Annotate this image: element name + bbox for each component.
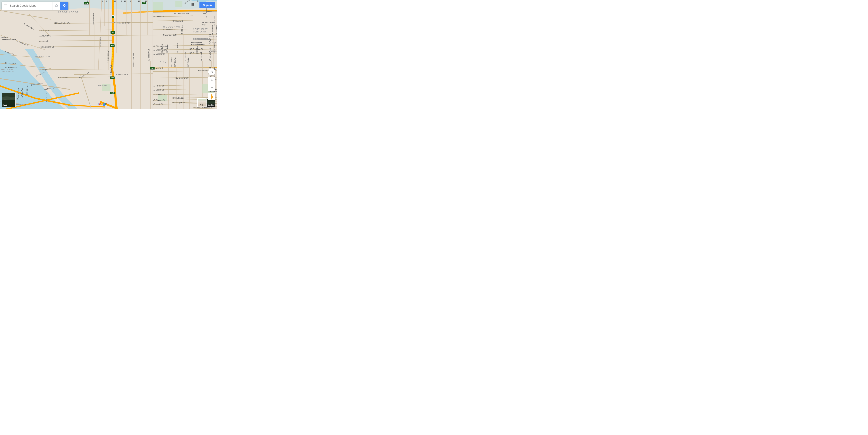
svg-rect-93 (193, 3, 194, 4)
google-g2: g (103, 102, 105, 106)
exit-303-2: 303 (110, 76, 115, 79)
highway-shield-99w: 99W (84, 2, 89, 5)
search-button[interactable] (52, 2, 60, 10)
highway-shield-5-1: 5 (112, 15, 115, 18)
apps-grid-button[interactable] (190, 3, 194, 7)
search-input[interactable] (10, 4, 52, 7)
google-o1: o (99, 102, 101, 106)
svg-rect-91 (191, 3, 192, 4)
exit-303-1: 303 (110, 44, 115, 47)
pegman-button[interactable] (208, 93, 215, 100)
directions-button[interactable] (60, 2, 68, 10)
earth-label: Earth (2, 104, 8, 107)
svg-rect-97 (191, 5, 192, 6)
google-logo: Google (96, 102, 107, 106)
svg-rect-94 (191, 4, 192, 5)
svg-point-106 (211, 94, 212, 96)
svg-rect-80 (153, 2, 163, 10)
svg-rect-82 (102, 84, 111, 91)
exit-302b: 302B (110, 92, 116, 94)
svg-rect-81 (176, 1, 182, 7)
search-bar (2, 2, 68, 10)
svg-line-90 (57, 6, 58, 7)
exit-304: 304 (111, 31, 115, 34)
google-g: G (96, 102, 99, 106)
svg-rect-92 (192, 3, 193, 4)
highway-shield-30b-1: 30B (142, 2, 146, 4)
svg-point-104 (211, 71, 212, 72)
map-container[interactable]: H ARBOR LODGE OVERLOOK BOISE WOODLAWN CO… (0, 0, 217, 109)
svg-rect-96 (193, 4, 194, 5)
svg-rect-98 (192, 5, 193, 6)
svg-rect-102 (4, 99, 6, 100)
zoom-in-button[interactable]: + (208, 77, 215, 84)
svg-rect-103 (10, 98, 13, 99)
svg-rect-84 (158, 95, 167, 101)
map-controls: + − (208, 68, 215, 91)
google-o2: o (101, 102, 103, 106)
my-location-button[interactable] (208, 68, 215, 75)
svg-point-89 (55, 5, 57, 7)
highway-shield-99e: 99E (150, 67, 155, 70)
map-type-default[interactable]: Map (197, 98, 206, 107)
svg-rect-95 (192, 4, 193, 5)
zoom-out-button[interactable]: − (208, 84, 215, 91)
hamburger-menu-button[interactable] (2, 2, 10, 10)
sign-in-button[interactable]: Sign in (199, 2, 215, 8)
svg-rect-99 (193, 5, 194, 6)
svg-line-4 (115, 88, 116, 102)
google-e: e (106, 102, 107, 106)
